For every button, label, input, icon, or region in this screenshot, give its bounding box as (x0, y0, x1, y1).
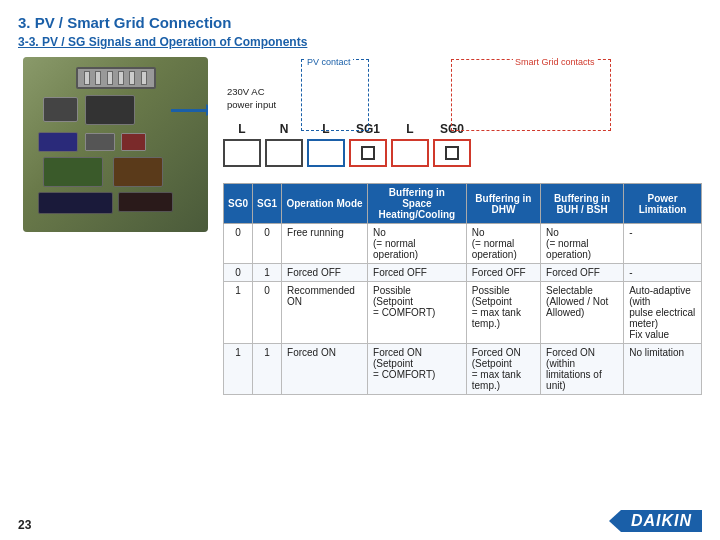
table-cell: Auto-adaptive (with pulse electrical met… (624, 282, 702, 344)
conn-label-L1: L (238, 122, 245, 136)
table-cell: 1 (253, 344, 282, 395)
daikin-text: DAIKIN (621, 510, 702, 532)
operation-table: SG0 SG1 Operation Mode Buffering inSpace… (223, 183, 702, 395)
connector-diagram: PV contact Smart Grid contacts 230V AC p… (223, 57, 702, 177)
daikin-logo: DAIKIN (609, 510, 702, 532)
table-cell: 1 (224, 282, 253, 344)
main-title: 3. PV / Smart Grid Connection (18, 14, 702, 31)
table-row: 10Recommended ONPossible (Setpoint = COM… (224, 282, 702, 344)
sub-title: 3-3. PV / SG Signals and Operation of Co… (18, 35, 702, 49)
conn-box-SG0 (433, 139, 471, 167)
table-cell: Recommended ON (282, 282, 368, 344)
table-cell: 0 (224, 224, 253, 264)
table-cell: 1 (253, 264, 282, 282)
table-row: 11Forced ONForced ON (Setpoint = COMFORT… (224, 344, 702, 395)
th-dhw: Buffering inDHW (466, 184, 540, 224)
conn-label-N: N (280, 122, 289, 136)
table-cell: Possible (Setpoint = COMFORT) (368, 282, 467, 344)
conn-label-L3: L (406, 122, 413, 136)
pv-contact-label: PV contact (305, 57, 353, 67)
conn-inner-sq-SG1 (361, 146, 375, 160)
power-input-label: 230V AC power input (227, 85, 276, 112)
th-buh: Buffering inBUH / BSH (541, 184, 624, 224)
table-cell: Free running (282, 224, 368, 264)
table-cell: - (624, 224, 702, 264)
sg-contact-box (451, 59, 611, 131)
connector-N: N (265, 122, 303, 167)
conn-box-L1 (223, 139, 261, 167)
th-sg0: SG0 (224, 184, 253, 224)
th-mode: Operation Mode (282, 184, 368, 224)
table-cell: 0 (253, 282, 282, 344)
th-power: Power Limitation (624, 184, 702, 224)
sg-contact-label: Smart Grid contacts (513, 57, 597, 67)
conn-box-L3 (391, 139, 429, 167)
table-cell: Forced OFF (368, 264, 467, 282)
pcb-image (23, 57, 208, 232)
right-panel: PV contact Smart Grid contacts 230V AC p… (223, 57, 702, 506)
page: 3. PV / Smart Grid Connection 3-3. PV / … (0, 0, 720, 540)
table-cell: 0 (253, 224, 282, 264)
table-cell: 1 (224, 344, 253, 395)
table-row: 00Free runningNo (= normal operation)No … (224, 224, 702, 264)
table-cell: No (= normal operation) (368, 224, 467, 264)
table-cell: 0 (224, 264, 253, 282)
table-cell: - (624, 264, 702, 282)
th-space-heating: Buffering inSpace Heating/Cooling (368, 184, 467, 224)
page-number: 23 (18, 518, 31, 532)
table-cell: Forced OFF (282, 264, 368, 282)
pcb-image-area (18, 57, 213, 506)
table-cell: Possible (Setpoint = max tank temp.) (466, 282, 540, 344)
table-row: 01Forced OFFForced OFFForced OFFForced O… (224, 264, 702, 282)
connector-L1: L (223, 122, 261, 167)
conn-box-SG1 (349, 139, 387, 167)
conn-box-L2 (307, 139, 345, 167)
conn-inner-sq-SG0 (445, 146, 459, 160)
content-area: PV contact Smart Grid contacts 230V AC p… (18, 57, 702, 506)
table-wrapper: SG0 SG1 Operation Mode Buffering inSpace… (223, 183, 702, 395)
table-cell: Forced ON (Setpoint = max tank temp.) (466, 344, 540, 395)
table-cell: Selectable (Allowed / Not Allowed) (541, 282, 624, 344)
pcb-circuit (23, 57, 208, 232)
pv-contact-box (301, 59, 369, 131)
conn-box-N (265, 139, 303, 167)
connector-L3: L (391, 122, 429, 167)
table-cell: No (= normal operation) (541, 224, 624, 264)
table-cell: Forced ON (within limitations of unit) (541, 344, 624, 395)
table-cell: Forced ON (Setpoint = COMFORT) (368, 344, 467, 395)
table-cell: No (= normal operation) (466, 224, 540, 264)
table-cell: Forced OFF (541, 264, 624, 282)
page-footer: 23 DAIKIN (18, 510, 702, 532)
table-cell: Forced OFF (466, 264, 540, 282)
daikin-chevron (609, 510, 621, 532)
th-sg1: SG1 (253, 184, 282, 224)
table-cell: Forced ON (282, 344, 368, 395)
table-cell: No limitation (624, 344, 702, 395)
